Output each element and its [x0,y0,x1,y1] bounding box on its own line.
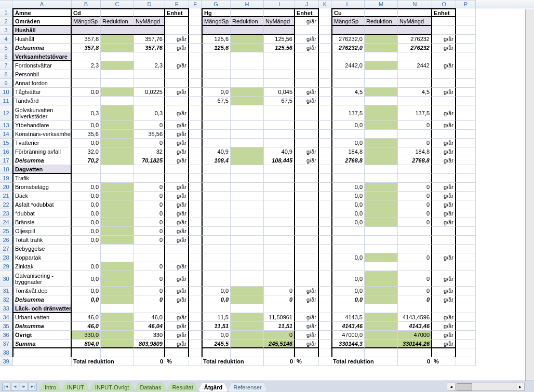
header-cu[interactable]: Cu [331,8,365,17]
row-label[interactable]: Oljespill [12,227,72,236]
row-38[interactable]: 38 [0,348,12,357]
row-7[interactable]: 7 [0,61,12,70]
section-hushall[interactable]: Hushåll [12,26,72,35]
row-label[interactable]: *dubbat [12,209,72,218]
row-16[interactable]: 16 [0,147,12,156]
sheet-tab-Databas[interactable]: Databas [134,383,167,391]
row-label[interactable]: Hushåll [12,35,72,44]
tab-nav-next[interactable]: ► [20,383,28,391]
header-amne[interactable]: Ämne [12,8,72,17]
col-I[interactable]: I [264,0,295,8]
row-18[interactable]: 18 [0,165,12,174]
row-label[interactable]: Bromsbelägg [12,183,72,192]
col-F[interactable]: F [189,0,202,8]
row-label[interactable]: Golvskurvatten bilverkstäder [12,105,72,121]
sheet-tab-Intro[interactable]: Intro [39,383,62,391]
col-L[interactable]: L [331,0,365,8]
hscroll-left[interactable]: ◄ [447,383,456,390]
sheet-tab-Åtgärd[interactable]: Åtgärd [198,383,228,391]
header-red-1[interactable]: Reduktion [101,17,134,26]
row-label[interactable]: Ytbehandlare [12,121,72,130]
row-label[interactable]: Dagvatten [12,165,72,174]
row-label[interactable]: Asfalt *odubbat [12,200,72,209]
col-K[interactable]: K [319,0,331,8]
row-28[interactable]: 28 [0,253,12,262]
row-9[interactable]: 9 [0,79,12,88]
row-label[interactable]: Delsumma [12,156,72,165]
row-6[interactable]: 6 [0,52,12,61]
row-label[interactable]: Bränsle [12,218,72,227]
row-label[interactable]: Urbant vatten [12,313,72,322]
tab-nav-first[interactable]: |◄ [2,383,10,391]
col-O[interactable]: O [432,0,456,8]
row-35[interactable]: 35 [0,322,12,331]
sheet-tab-INPUT[interactable]: INPUT [61,383,90,391]
row-label[interactable]: Bebyggelse [12,245,72,253]
row-15[interactable]: 15 [0,139,12,147]
row-label[interactable]: Koppartak [12,253,72,262]
row-24[interactable]: 24 [0,218,12,227]
col-E[interactable]: E [165,0,189,8]
row-label[interactable]: Trafik [12,174,72,183]
row-30[interactable]: 30 [0,271,12,287]
row-label[interactable]: Totalt trafik [12,236,72,245]
row-5[interactable]: 5 [0,44,12,52]
tab-nav-prev[interactable]: ◄ [11,383,19,391]
row-label[interactable]: Summa [12,340,72,348]
row-label[interactable] [12,348,72,357]
hscroll-right[interactable]: ► [516,383,524,390]
col-B[interactable]: B [72,0,101,8]
row-37[interactable]: 37 [0,340,12,348]
row-34[interactable]: 34 [0,313,12,322]
col-P[interactable]: P [456,0,476,8]
row-25[interactable]: 25 [0,227,12,236]
sheet-tab-Resultat[interactable]: Resultat [166,383,198,391]
row-33[interactable]: 33 [0,304,12,313]
row-11[interactable]: 11 [0,97,12,105]
col-J[interactable]: J [295,0,319,8]
tab-nav-last[interactable]: ►| [29,383,37,391]
header-omraden[interactable]: Områden [12,17,72,26]
row-label[interactable]: Förbränning avfall [12,147,72,156]
row-label[interactable]: Torr&våt.dep [12,287,72,295]
row-27[interactable]: 27 [0,245,12,253]
row-label[interactable]: Övrigt [12,331,72,340]
row-label[interactable]: Tvätterier [12,139,72,147]
row-31[interactable]: 31 [0,287,12,295]
row-10[interactable]: 10 [0,88,12,97]
row-26[interactable]: 26 [0,236,12,245]
horizontal-scrollbar[interactable]: ◄ ► [447,383,525,391]
row-label[interactable]: Däck [12,192,72,200]
header-nym-1[interactable]: NyMängd [134,17,165,26]
row-14[interactable]: 14 [0,130,12,139]
header-enhet-2[interactable]: Enhet [295,8,319,17]
header-cd[interactable]: Cd [72,8,101,17]
row-20[interactable]: 20 [0,183,12,192]
header-mangd-1[interactable]: MängdSp [72,17,101,26]
row-22[interactable]: 22 [0,200,12,209]
row-label[interactable]: Delsumma [12,44,72,52]
row-17[interactable]: 17 [0,156,12,165]
col-D[interactable]: D [134,0,165,8]
row-21[interactable]: 21 [0,192,12,200]
col-H[interactable]: H [231,0,264,8]
row-19[interactable]: 19 [0,174,12,183]
row-label[interactable]: Läck- och dränvatten [12,304,72,313]
row-label[interactable]: Annat fordon [12,79,72,88]
row-label[interactable]: Tågtvättar [12,88,72,97]
row-label[interactable]: Fordonstvättar [12,61,72,70]
row-8[interactable]: 8 [0,70,12,79]
sheet-tab-Referenser[interactable]: Referenser [228,383,267,391]
row-12[interactable]: 12 [0,105,12,121]
total-reduktion-val-1[interactable]: 0 [134,357,165,366]
header-hg[interactable]: Hg [202,8,231,17]
col-C[interactable]: C [101,0,134,8]
row-13[interactable]: 13 [0,121,12,130]
sheet-tab-INPUT-Övrigt[interactable]: INPUT-Övrigt [89,383,135,391]
row-label[interactable]: Konstnärs-verksamhet [12,130,72,139]
col-N[interactable]: N [398,0,432,8]
col-G[interactable]: G [202,0,231,8]
total-reduktion-label-1[interactable]: Total reduktion [72,357,101,366]
header-enhet-1[interactable]: Enhet [165,8,189,17]
row-2[interactable]: 2 [0,17,12,26]
